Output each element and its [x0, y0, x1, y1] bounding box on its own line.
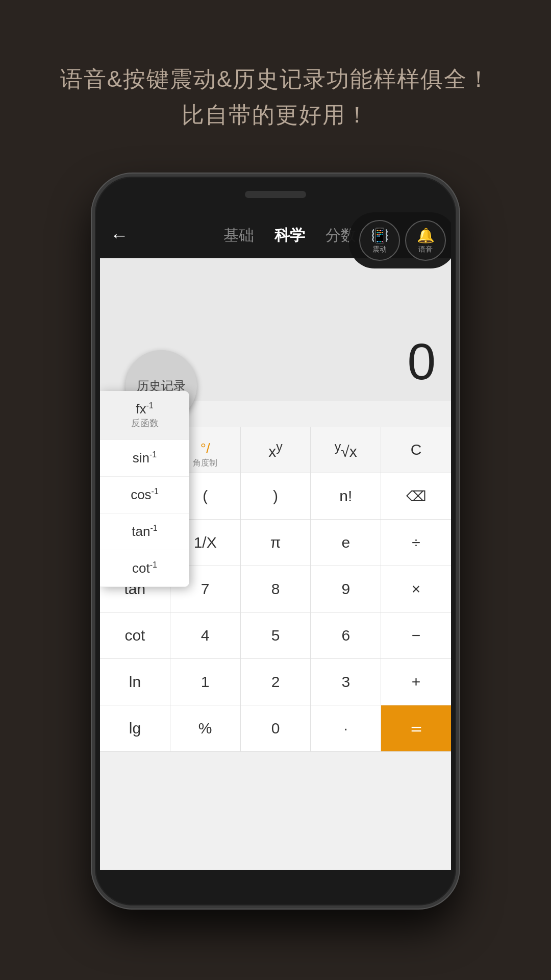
promo-line2: 比自带的更好用！: [31, 97, 520, 133]
key-row-5: cot 4 5 6 −: [100, 612, 451, 659]
phone-btn-right: [458, 279, 459, 320]
key-1[interactable]: 1: [170, 659, 241, 705]
key-ln[interactable]: ln: [100, 659, 170, 705]
key-6[interactable]: 6: [311, 612, 381, 658]
key-delete[interactable]: ⌫: [381, 473, 451, 519]
key-3[interactable]: 3: [311, 659, 381, 705]
display-area: 0 历史记录: [100, 258, 451, 401]
key-equals[interactable]: ＝: [381, 705, 451, 751]
phone-btn-left1: [92, 268, 93, 294]
phone-btn-left2: [92, 309, 93, 350]
toolbar: ← 基础 科学 分数 📳 震动 🔔 语音: [100, 212, 451, 258]
key-subtract[interactable]: −: [381, 612, 451, 658]
key-9[interactable]: 9: [311, 566, 381, 612]
key-4[interactable]: 4: [170, 612, 241, 658]
key-lg[interactable]: lg: [100, 705, 170, 751]
key-2[interactable]: 2: [241, 659, 311, 705]
key-percent[interactable]: %: [170, 705, 241, 751]
phone-screen: ← 基础 科学 分数 📳 震动 🔔 语音: [100, 212, 451, 870]
phone-btn-left3: [92, 365, 93, 406]
tab-basic[interactable]: 基础: [223, 225, 254, 246]
vibrate-label: 震动: [372, 245, 387, 254]
promo-line1: 语音&按键震动&历史记录功能样样俱全！: [31, 61, 520, 97]
phone-frame: ← 基础 科学 分数 📳 震动 🔔 语音: [92, 174, 459, 909]
toolbar-icons-popup: 📳 震动 🔔 语音: [349, 212, 451, 268]
vibrate-icon-btn[interactable]: 📳 震动: [359, 220, 400, 261]
slide-panel: fx-1 反函数 sin-1 cos-1 tan-1 cot-1: [100, 391, 189, 587]
phone-container: ← 基础 科学 分数 📳 震动 🔔 语音: [92, 174, 459, 909]
vibrate-icon: 📳: [371, 227, 389, 244]
panel-title-item[interactable]: fx-1 反函数: [100, 391, 189, 440]
key-factorial[interactable]: n!: [311, 473, 381, 519]
key-multiply[interactable]: ×: [381, 566, 451, 612]
panel-item-cos-inv[interactable]: cos-1: [100, 477, 189, 513]
key-row-6: ln 1 2 3 +: [100, 659, 451, 705]
panel-item-sin-inv[interactable]: sin-1: [100, 440, 189, 477]
key-cot[interactable]: cot: [100, 612, 170, 658]
key-dot[interactable]: ·: [311, 705, 381, 751]
voice-label: 语音: [418, 245, 433, 254]
back-button[interactable]: ←: [110, 225, 129, 246]
voice-icon: 🔔: [417, 227, 435, 244]
key-row-7: lg % 0 · ＝: [100, 705, 451, 752]
panel-item-tan-inv[interactable]: tan-1: [100, 513, 189, 550]
key-rparen[interactable]: ): [241, 473, 311, 519]
key-8[interactable]: 8: [241, 566, 311, 612]
panel-item-cot-inv[interactable]: cot-1: [100, 550, 189, 587]
key-0[interactable]: 0: [241, 705, 311, 751]
key-divide[interactable]: ÷: [381, 520, 451, 566]
key-power[interactable]: xy: [241, 427, 311, 473]
key-5[interactable]: 5: [241, 612, 311, 658]
promo-section: 语音&按键震动&历史记录功能样样俱全！ 比自带的更好用！: [0, 0, 551, 164]
tab-science[interactable]: 科学: [274, 225, 305, 246]
voice-icon-btn[interactable]: 🔔 语音: [405, 220, 446, 261]
key-clear[interactable]: C: [381, 427, 451, 473]
key-add[interactable]: +: [381, 659, 451, 705]
display-value: 0: [407, 332, 436, 391]
key-pi[interactable]: π: [241, 520, 311, 566]
phone-speaker: [245, 191, 306, 198]
key-e[interactable]: e: [311, 520, 381, 566]
key-root[interactable]: y√x: [311, 427, 381, 473]
